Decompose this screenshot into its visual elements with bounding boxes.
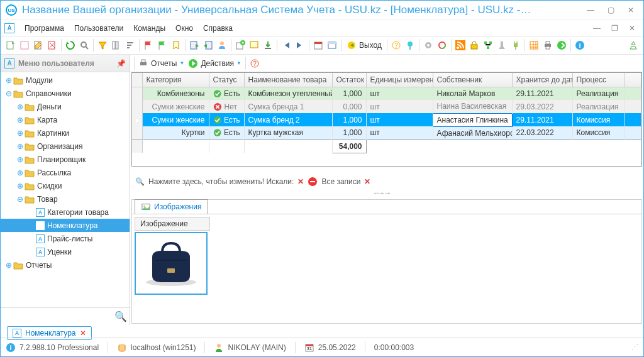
table-row[interactable]: ▸Сумки женскиеЕстьСумка бренд 21,000штАн… xyxy=(132,113,641,126)
tb-icon-grid[interactable] xyxy=(528,39,540,52)
filter-search-icon[interactable]: 🔍 xyxy=(135,177,145,186)
tb-icon-pin[interactable] xyxy=(404,39,416,52)
status-version: i 7.2.988.10 Professional xyxy=(6,343,99,353)
svg-point-48 xyxy=(213,129,221,136)
tb-icon-edit[interactable] xyxy=(32,39,45,52)
svg-rect-30 xyxy=(489,41,492,44)
tb-icon-ok[interactable] xyxy=(555,39,568,52)
table-row[interactable]: КурткиЕстьКуртка мужская1,000штАфанасий … xyxy=(132,126,641,140)
tb-icon-columns[interactable] xyxy=(110,39,123,52)
tree-item[interactable]: AУценки xyxy=(1,245,130,258)
tb-icon-lock[interactable] xyxy=(468,39,480,52)
minimize-button[interactable]: — xyxy=(583,4,598,16)
tree-item[interactable]: AКатегории товара xyxy=(1,206,130,219)
svg-rect-33 xyxy=(530,41,538,49)
tree-item[interactable]: ⊕Карта xyxy=(1,113,130,126)
menu-commands[interactable]: Команды xyxy=(128,21,170,35)
tb-icon-plug[interactable] xyxy=(509,39,522,52)
image-column-label: Изображение xyxy=(135,217,210,231)
tb-icon-rss[interactable] xyxy=(454,39,467,52)
tb-icon-new[interactable] xyxy=(4,39,17,52)
menu-help[interactable]: Справка xyxy=(198,21,238,35)
actions-button[interactable]: Действия ▼ xyxy=(188,58,242,69)
title-bar: US Название Вашей организации - Универса… xyxy=(1,1,643,19)
mdi-minimize-button[interactable]: — xyxy=(589,22,604,35)
tb-icon-flag-red[interactable] xyxy=(142,39,155,52)
tb-icon-jack[interactable] xyxy=(496,39,508,52)
tree-item[interactable]: ⊕Отчеты xyxy=(1,258,130,272)
mdi-close-button[interactable]: ✕ xyxy=(625,22,640,35)
tree-item[interactable]: ⊖Справочники xyxy=(1,87,130,100)
tree-item[interactable]: AНоменклатура xyxy=(1,219,130,232)
document-tab-close[interactable]: ✕ xyxy=(80,329,86,338)
reports-button[interactable]: Отчеты ▼ xyxy=(138,58,184,69)
image-panel: Изображения Изображение xyxy=(131,199,642,324)
close-button[interactable]: ✕ xyxy=(623,4,638,16)
tb-icon-users[interactable] xyxy=(216,39,228,52)
tb-icon-delete[interactable] xyxy=(46,39,58,52)
content-help-button[interactable]: ? xyxy=(250,58,260,69)
menu-program[interactable]: Программа xyxy=(19,21,69,35)
filter-close-2[interactable]: ✕ xyxy=(364,177,370,186)
tree-item[interactable]: ⊕Модули xyxy=(1,74,130,87)
maximize-button[interactable]: ▢ xyxy=(603,4,618,16)
tb-icon-open[interactable] xyxy=(18,39,31,52)
mdi-restore-button[interactable]: ❐ xyxy=(607,22,622,35)
tb-icon-bookmark[interactable] xyxy=(170,39,182,52)
tb-icon-add[interactable] xyxy=(234,39,247,52)
tb-icon-filter[interactable] xyxy=(96,39,109,52)
tb-icon-refresh[interactable] xyxy=(64,39,77,52)
svg-rect-35 xyxy=(546,41,550,44)
tree-item[interactable]: AПрайс-листы xyxy=(1,232,130,245)
tb-icon-download[interactable] xyxy=(262,39,274,52)
images-tab[interactable]: Изображения xyxy=(135,199,208,214)
tree-item[interactable]: ⊕Планировщик xyxy=(1,153,130,166)
menu-window[interactable]: Окно xyxy=(170,21,198,35)
resize-grip[interactable]: ⋰ xyxy=(631,343,638,351)
tree-item[interactable]: ⊕Картинки xyxy=(1,126,130,140)
svg-rect-29 xyxy=(484,41,487,44)
tb-icon-window[interactable] xyxy=(326,39,338,52)
tb-icon-sort[interactable] xyxy=(124,39,136,52)
tree-item[interactable]: ⊕Скидки xyxy=(1,179,130,192)
svg-rect-17 xyxy=(328,42,336,44)
tb-exit-button[interactable]: Выход xyxy=(344,40,384,50)
svg-rect-12 xyxy=(250,41,258,48)
images-tab-label: Изображения xyxy=(154,202,201,211)
tb-icon-help[interactable]: ? xyxy=(390,39,402,52)
search-icon[interactable]: 🔍 xyxy=(114,310,127,322)
tb-icon-first[interactable] xyxy=(280,39,292,52)
tb-icon-tree[interactable] xyxy=(482,39,494,52)
product-image[interactable] xyxy=(135,232,208,295)
filter-hint[interactable]: Нажмите здесь, чтобы изменить! Искали: xyxy=(148,177,294,186)
tb-icon-export[interactable] xyxy=(188,39,201,52)
data-grid[interactable]: КатегорияСтатусНаименование товараОстато… xyxy=(131,72,642,167)
tb-icon-note[interactable] xyxy=(248,39,260,52)
filter-all[interactable]: Все записи xyxy=(321,177,360,186)
tb-icon-circle[interactable] xyxy=(436,39,448,52)
tb-icon-print[interactable] xyxy=(541,39,554,52)
sidebar-a-icon: A xyxy=(4,58,14,69)
tb-icon-gear[interactable] xyxy=(422,39,435,52)
tree-item[interactable]: ⊖Товар xyxy=(1,192,130,206)
pin-icon[interactable]: 📌 xyxy=(116,59,126,68)
menu-bar: A Программа Пользователи Команды Окно Сп… xyxy=(1,19,643,36)
table-row[interactable]: Сумки женскиеНетСумка бренда 10,000штНаи… xyxy=(132,100,641,113)
table-row[interactable]: КомбинезоныЕстьКомбинезон утепленный1,00… xyxy=(132,87,641,100)
tb-icon-calendar[interactable] xyxy=(312,39,325,52)
tree-item[interactable]: ⊕Деньги xyxy=(1,100,130,113)
tb-icon-search[interactable] xyxy=(78,39,91,52)
tb-icon-info[interactable]: i xyxy=(574,39,586,52)
tb-icon-flag-green[interactable] xyxy=(156,39,169,52)
tb-icon-import[interactable] xyxy=(202,39,214,52)
tb-icon-recycle[interactable] xyxy=(627,39,640,52)
tree-item[interactable]: ⊕Организация xyxy=(1,140,130,153)
status-date: 31 25.05.2022 xyxy=(304,343,356,353)
filter-close-1[interactable]: ✕ xyxy=(297,177,304,186)
svg-rect-28 xyxy=(471,45,477,49)
menu-users[interactable]: Пользователи xyxy=(69,21,128,35)
svg-rect-13 xyxy=(265,48,271,49)
tree-item[interactable]: ⊕Рассылка xyxy=(1,166,130,179)
nav-tree[interactable]: ⊕Модули⊖Справочники⊕Деньги⊕Карта⊕Картинк… xyxy=(1,72,130,307)
tb-icon-last[interactable] xyxy=(294,39,306,52)
